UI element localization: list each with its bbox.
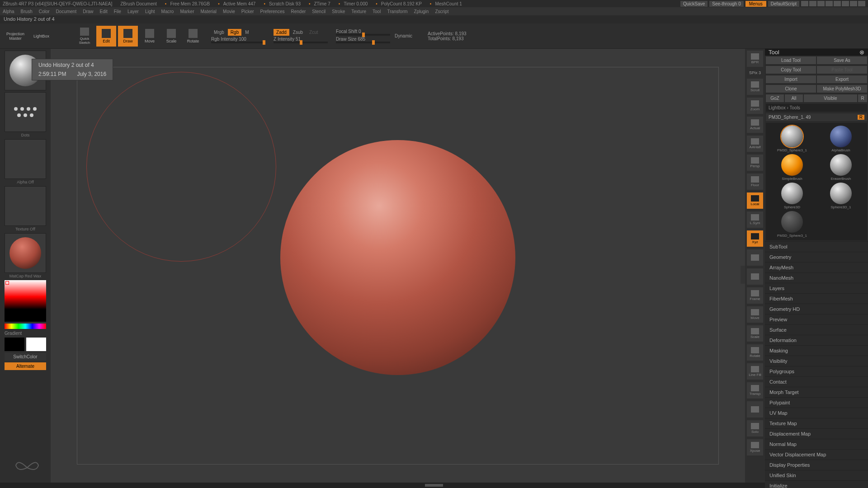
section-uv-map[interactable]: UV Map [765,408,868,418]
dynamic-label[interactable]: Dynamic [392,33,415,39]
section-visibility[interactable]: Visibility [765,356,868,366]
quicksave-button[interactable]: QuickSave [680,1,708,7]
menu-edit[interactable]: Edit [100,9,108,14]
lightbox-tools-label[interactable]: Lightbox › Tools [766,104,867,112]
ri-bpr[interactable]: BPR [747,51,763,67]
ri-solo[interactable]: Solo [747,420,763,436]
canvas[interactable] [77,67,719,465]
section-display-properties[interactable]: Display Properties [765,460,868,470]
menu-layer[interactable]: Layer [127,9,139,14]
focal-shift-slider[interactable] [336,34,390,36]
sphere-mesh[interactable] [280,140,515,375]
section-deformation[interactable]: Deformation [765,335,868,345]
seethrough[interactable]: See-through 0 [709,1,743,7]
ri-zoom[interactable]: Zoom [747,98,763,114]
projection-master-button[interactable]: Projection Master [3,26,28,47]
section-vector-displacement-map[interactable]: Vector Displacement Map [765,449,868,460]
primary-color-swatch[interactable] [26,338,46,351]
win-btn-5[interactable] [834,1,841,6]
menu-document[interactable]: Document [56,9,77,14]
win-btn-3[interactable] [817,1,825,6]
ri-aahalf[interactable]: AAHalf [747,136,763,152]
zsub-button[interactable]: Zsub [290,29,306,36]
rgb-button[interactable]: Rgb [228,29,241,36]
section-unified-skin[interactable]: Unified Skin [765,470,868,480]
edit-button[interactable]: Edit [96,26,116,47]
menu-movie[interactable]: Movie [223,9,235,14]
ri-xpose[interactable]: Xpose [747,439,763,455]
draw-button[interactable]: Draw [118,26,138,47]
ri-local[interactable]: Local [747,192,763,209]
section-surface[interactable]: Surface [765,324,868,335]
zcut-button[interactable]: Zcut [307,29,321,36]
ri-btn11[interactable] [747,268,763,285]
menu-stencil[interactable]: Stencil [312,9,326,14]
alternate-button[interactable]: Alternate [5,362,46,370]
tool-item-4[interactable]: Sphere3D [769,183,816,209]
section-layers[interactable]: Layers [765,283,868,293]
import-button[interactable]: Import [766,75,816,83]
tool-header[interactable]: Tool ⊗ [765,49,868,56]
tool-item-1[interactable]: AlphaBrush [817,126,864,152]
panel-close-icon[interactable]: ⊗ [859,49,864,56]
menu-picker[interactable]: Picker [241,9,254,14]
section-polypaint[interactable]: Polypaint [765,397,868,408]
section-fibermesh[interactable]: FiberMesh [765,293,868,304]
menu-draw[interactable]: Draw [83,9,93,14]
gradient-label[interactable]: Gradient [5,331,46,336]
copytool-button[interactable]: Copy Tool [766,66,816,74]
tool-item-5[interactable]: Sphere3D_1 [817,183,864,209]
color-picker[interactable] [5,280,46,322]
ri-xyz[interactable]: Xyz [747,230,763,247]
makepoly-button[interactable]: Make PolyMesh3D [817,85,867,93]
pastetool-button[interactable]: Paste Tool [817,66,867,74]
section-displacement-map[interactable]: Displacement Map [765,428,868,439]
export-button[interactable]: Export [817,75,867,83]
ri-btn10[interactable] [747,249,763,266]
menu-preferences[interactable]: Preferences [260,9,285,14]
z-intensity-slider[interactable] [274,42,328,43]
win-max[interactable] [850,1,857,6]
zadd-button[interactable]: Zadd [274,29,289,36]
menu-file[interactable]: File [114,9,121,14]
section-geometry-hd[interactable]: Geometry HD [765,304,868,314]
goz-button[interactable]: GoZ [766,94,784,102]
ri-scale[interactable]: Scale [747,325,763,342]
mrgb-button[interactable]: Mrgb [211,29,227,36]
win-btn-2[interactable] [809,1,816,6]
hue-bar[interactable] [5,324,46,329]
menu-macro[interactable]: Macro [161,9,174,14]
win-btn-4[interactable] [826,1,833,6]
spix-label[interactable]: SPix 3 [748,70,762,76]
lightbox-button[interactable]: LightBox [30,26,53,47]
m-button[interactable]: M [242,29,251,36]
ri-actual[interactable]: Actual [747,117,763,133]
menu-stroke[interactable]: Stroke [332,9,345,14]
secondary-color-swatch[interactable] [5,338,24,351]
tool-item-3[interactable]: EraserBrush [817,154,864,181]
section-polygroups[interactable]: Polygroups [765,366,868,376]
ri-l.sym[interactable]: L.Sym [747,211,763,228]
menu-marker[interactable]: Marker [180,9,194,14]
ri-btn18[interactable] [747,401,763,418]
menu-render[interactable]: Render [291,9,306,14]
collapse-arrow[interactable] [741,266,745,284]
loadtool-button[interactable]: Load Tool [766,56,816,64]
scale-button[interactable]: Scale [161,26,181,47]
menu-alpha[interactable]: Alpha [3,9,14,14]
switchcolor-button[interactable]: SwitchColor [5,353,46,361]
toolname-row[interactable]: PM3D_Sphere_1. 49 R [766,113,867,121]
section-preview[interactable]: Preview [765,314,868,324]
win-min[interactable] [842,1,849,6]
ri-rotate[interactable]: Rotate [747,344,763,361]
ri-transp[interactable]: Transp [747,382,763,399]
section-texture-map[interactable]: Texture Map [765,418,868,428]
tool-item-6[interactable]: PM3D_Sphere3_1 [769,211,816,238]
bottombar[interactable] [0,483,868,488]
menu-transform[interactable]: Transform [387,9,407,14]
move-button[interactable]: Move [140,26,160,47]
section-initialize[interactable]: Initialize [765,480,868,488]
menus-button[interactable]: Menus [745,1,766,7]
texture-slot[interactable] [5,186,46,226]
section-morph-target[interactable]: Morph Target [765,387,868,397]
